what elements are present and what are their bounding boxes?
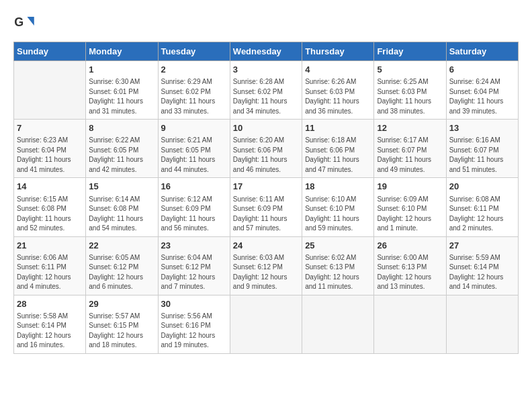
calendar-table: SundayMondayTuesdayWednesdayThursdayFrid…	[13, 42, 519, 354]
calendar-body: 1Sunrise: 6:30 AMSunset: 6:01 PMDaylight…	[14, 61, 519, 354]
calendar-cell: 24Sunrise: 6:03 AMSunset: 6:12 PMDayligh…	[230, 236, 302, 295]
day-number: 29	[89, 298, 154, 310]
day-info: Sunrise: 6:06 AMSunset: 6:11 PMDaylight:…	[17, 253, 83, 292]
day-number: 19	[377, 181, 443, 193]
day-number: 22	[89, 240, 154, 252]
day-info: Sunrise: 6:30 AMSunset: 6:01 PMDaylight:…	[89, 77, 154, 116]
calendar-cell: 7Sunrise: 6:23 AMSunset: 6:04 PMDaylight…	[14, 120, 86, 178]
day-number: 30	[161, 298, 227, 310]
day-info: Sunrise: 5:58 AMSunset: 6:14 PMDaylight:…	[17, 312, 83, 351]
calendar-cell: 1Sunrise: 6:30 AMSunset: 6:01 PMDaylight…	[86, 61, 158, 120]
calendar-cell: 18Sunrise: 6:10 AMSunset: 6:10 PMDayligh…	[302, 178, 374, 236]
day-info: Sunrise: 6:14 AMSunset: 6:08 PMDaylight:…	[89, 195, 154, 234]
calendar-cell	[14, 61, 86, 120]
day-info: Sunrise: 6:29 AMSunset: 6:02 PMDaylight:…	[161, 77, 227, 116]
calendar-cell: 10Sunrise: 6:20 AMSunset: 6:06 PMDayligh…	[230, 120, 302, 178]
calendar-cell: 19Sunrise: 6:09 AMSunset: 6:10 PMDayligh…	[374, 178, 446, 236]
day-info: Sunrise: 6:15 AMSunset: 6:08 PMDaylight:…	[17, 195, 83, 234]
day-info: Sunrise: 6:03 AMSunset: 6:12 PMDaylight:…	[233, 253, 299, 292]
calendar-cell: 2Sunrise: 6:29 AMSunset: 6:02 PMDaylight…	[158, 61, 230, 120]
calendar-cell: 26Sunrise: 6:00 AMSunset: 6:13 PMDayligh…	[374, 236, 446, 295]
weekday-header: Sunday	[14, 42, 86, 61]
day-info: Sunrise: 6:11 AMSunset: 6:09 PMDaylight:…	[233, 195, 299, 234]
week-row: 7Sunrise: 6:23 AMSunset: 6:04 PMDaylight…	[14, 120, 519, 178]
day-number: 25	[305, 240, 371, 252]
day-number: 13	[449, 122, 515, 134]
calendar-cell: 15Sunrise: 6:14 AMSunset: 6:08 PMDayligh…	[86, 178, 158, 236]
day-number: 20	[449, 181, 515, 193]
day-number: 12	[377, 122, 443, 134]
calendar-cell: 29Sunrise: 5:57 AMSunset: 6:15 PMDayligh…	[86, 295, 158, 353]
day-info: Sunrise: 5:56 AMSunset: 6:16 PMDaylight:…	[161, 312, 227, 351]
weekday-header: Thursday	[302, 42, 374, 61]
weekday-header: Wednesday	[230, 42, 302, 61]
calendar-cell	[230, 295, 302, 353]
day-number: 6	[449, 64, 515, 76]
weekday-header: Friday	[374, 42, 446, 61]
day-number: 28	[17, 298, 83, 310]
logo: G	[13, 13, 38, 35]
day-number: 3	[233, 64, 299, 76]
weekday-header: Monday	[86, 42, 158, 61]
day-number: 24	[233, 240, 299, 252]
calendar-cell: 8Sunrise: 6:22 AMSunset: 6:05 PMDaylight…	[86, 120, 158, 178]
calendar-cell: 12Sunrise: 6:17 AMSunset: 6:07 PMDayligh…	[374, 120, 446, 178]
logo-icon: G	[13, 13, 35, 35]
day-info: Sunrise: 6:17 AMSunset: 6:07 PMDaylight:…	[377, 136, 443, 175]
weekday-header: Saturday	[446, 42, 518, 61]
calendar-cell: 5Sunrise: 6:25 AMSunset: 6:03 PMDaylight…	[374, 61, 446, 120]
calendar-cell: 20Sunrise: 6:08 AMSunset: 6:11 PMDayligh…	[446, 178, 518, 236]
day-number: 2	[161, 64, 227, 76]
day-info: Sunrise: 5:59 AMSunset: 6:14 PMDaylight:…	[449, 253, 515, 292]
calendar-cell: 23Sunrise: 6:04 AMSunset: 6:12 PMDayligh…	[158, 236, 230, 295]
calendar-cell: 13Sunrise: 6:16 AMSunset: 6:07 PMDayligh…	[446, 120, 518, 178]
day-info: Sunrise: 6:24 AMSunset: 6:04 PMDaylight:…	[449, 77, 515, 116]
calendar-cell: 3Sunrise: 6:28 AMSunset: 6:02 PMDaylight…	[230, 61, 302, 120]
calendar-cell: 4Sunrise: 6:26 AMSunset: 6:03 PMDaylight…	[302, 61, 374, 120]
weekday-row: SundayMondayTuesdayWednesdayThursdayFrid…	[14, 42, 519, 61]
weekday-header: Tuesday	[158, 42, 230, 61]
day-info: Sunrise: 6:05 AMSunset: 6:12 PMDaylight:…	[89, 253, 154, 292]
day-number: 16	[161, 181, 227, 193]
week-row: 21Sunrise: 6:06 AMSunset: 6:11 PMDayligh…	[14, 236, 519, 295]
svg-marker-1	[27, 17, 34, 26]
day-info: Sunrise: 6:26 AMSunset: 6:03 PMDaylight:…	[305, 77, 371, 116]
day-number: 11	[305, 122, 371, 134]
calendar-cell: 17Sunrise: 6:11 AMSunset: 6:09 PMDayligh…	[230, 178, 302, 236]
calendar-cell: 14Sunrise: 6:15 AMSunset: 6:08 PMDayligh…	[14, 178, 86, 236]
day-info: Sunrise: 6:25 AMSunset: 6:03 PMDaylight:…	[377, 77, 443, 116]
day-info: Sunrise: 6:28 AMSunset: 6:02 PMDaylight:…	[233, 77, 299, 116]
calendar-cell: 9Sunrise: 6:21 AMSunset: 6:05 PMDaylight…	[158, 120, 230, 178]
day-number: 23	[161, 240, 227, 252]
day-info: Sunrise: 6:10 AMSunset: 6:10 PMDaylight:…	[305, 195, 371, 234]
day-info: Sunrise: 6:20 AMSunset: 6:06 PMDaylight:…	[233, 136, 299, 175]
day-info: Sunrise: 6:02 AMSunset: 6:13 PMDaylight:…	[305, 253, 371, 292]
calendar-cell	[302, 295, 374, 353]
day-number: 10	[233, 122, 299, 134]
day-info: Sunrise: 6:12 AMSunset: 6:09 PMDaylight:…	[161, 195, 227, 234]
day-info: Sunrise: 6:16 AMSunset: 6:07 PMDaylight:…	[449, 136, 515, 175]
day-number: 5	[377, 64, 443, 76]
calendar-header: SundayMondayTuesdayWednesdayThursdayFrid…	[14, 42, 519, 61]
day-number: 14	[17, 181, 83, 193]
day-number: 17	[233, 181, 299, 193]
day-info: Sunrise: 6:04 AMSunset: 6:12 PMDaylight:…	[161, 253, 227, 292]
calendar-cell: 27Sunrise: 5:59 AMSunset: 6:14 PMDayligh…	[446, 236, 518, 295]
calendar-cell: 6Sunrise: 6:24 AMSunset: 6:04 PMDaylight…	[446, 61, 518, 120]
day-info: Sunrise: 6:00 AMSunset: 6:13 PMDaylight:…	[377, 253, 443, 292]
calendar-cell: 25Sunrise: 6:02 AMSunset: 6:13 PMDayligh…	[302, 236, 374, 295]
day-number: 21	[17, 240, 83, 252]
day-info: Sunrise: 6:22 AMSunset: 6:05 PMDaylight:…	[89, 136, 154, 175]
week-row: 1Sunrise: 6:30 AMSunset: 6:01 PMDaylight…	[14, 61, 519, 120]
week-row: 28Sunrise: 5:58 AMSunset: 6:14 PMDayligh…	[14, 295, 519, 353]
day-number: 4	[305, 64, 371, 76]
calendar-cell: 22Sunrise: 6:05 AMSunset: 6:12 PMDayligh…	[86, 236, 158, 295]
calendar-cell	[374, 295, 446, 353]
svg-text:G: G	[14, 15, 24, 29]
day-number: 8	[89, 122, 154, 134]
day-number: 27	[449, 240, 515, 252]
day-info: Sunrise: 6:18 AMSunset: 6:06 PMDaylight:…	[305, 136, 371, 175]
page-header: G	[13, 13, 519, 35]
day-info: Sunrise: 5:57 AMSunset: 6:15 PMDaylight:…	[89, 312, 154, 351]
calendar-cell: 30Sunrise: 5:56 AMSunset: 6:16 PMDayligh…	[158, 295, 230, 353]
